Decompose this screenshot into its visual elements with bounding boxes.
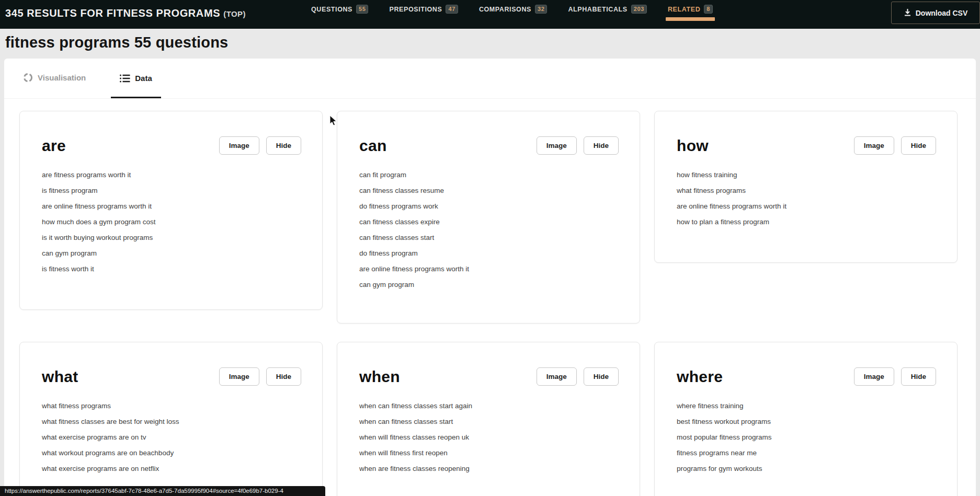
list-item[interactable]: where fitness training <box>677 402 936 409</box>
list-item[interactable]: what fitness classes are best for weight… <box>42 418 301 425</box>
page-title: fitness programs 55 questions <box>5 34 980 51</box>
list-item[interactable]: fitness programs near me <box>677 449 936 456</box>
list-item[interactable]: when are fitness classes reopening <box>359 465 619 472</box>
list-item[interactable]: can gym program <box>42 250 301 257</box>
download-csv-button[interactable]: Download CSV <box>891 2 980 24</box>
card-what-header: what Image Hide <box>42 367 301 386</box>
list-item[interactable]: most popular fitness programs <box>677 434 936 441</box>
results-title-suffix: (TOP) <box>223 9 246 18</box>
card-how-header: how Image Hide <box>677 136 936 155</box>
list-item[interactable]: can fitness classes start <box>359 234 619 241</box>
list-item[interactable]: how fitness training <box>677 171 936 178</box>
list-item[interactable]: can gym program <box>359 281 619 288</box>
list-item[interactable]: how to plan a fitness program <box>677 218 936 225</box>
list-item[interactable]: is fitness worth it <box>42 266 301 272</box>
card-what-image-button[interactable]: Image <box>219 367 259 386</box>
nav-tab-comparisons-label: COMPARISONS <box>479 6 531 13</box>
card-what-list: what fitness programs what fitness class… <box>42 402 301 472</box>
question-cards-grid: are Image Hide are fitness programs wort… <box>4 99 976 496</box>
list-item[interactable]: do fitness programs work <box>359 203 619 210</box>
card-how-hide-button[interactable]: Hide <box>901 136 936 155</box>
nav-tab-questions-label: QUESTIONS <box>311 6 352 13</box>
card-when-image-button[interactable]: Image <box>537 367 577 386</box>
card-are-actions: Image Hide <box>219 136 301 155</box>
card-are-hide-button[interactable]: Hide <box>266 136 301 155</box>
card-what-hide-button[interactable]: Hide <box>266 367 301 386</box>
card-how-title: how <box>677 137 709 155</box>
card-when-hide-button[interactable]: Hide <box>584 367 619 386</box>
list-item[interactable]: when will fitness first reopen <box>359 449 619 456</box>
card-how-image-button[interactable]: Image <box>854 136 894 155</box>
card-what-actions: Image Hide <box>219 367 301 386</box>
list-item[interactable]: when will fitness classes reopen uk <box>359 434 619 441</box>
nav-tab-alphabeticals[interactable]: ALPHABETICALS 203 <box>568 5 647 16</box>
nav-tab-alphabeticals-label: ALPHABETICALS <box>568 6 627 13</box>
nav-tab-prepositions[interactable]: PREPOSITIONS 47 <box>389 5 458 16</box>
list-item[interactable]: is fitness program <box>42 187 301 194</box>
card-when-header: when Image Hide <box>359 367 619 386</box>
list-item[interactable]: are online fitness programs worth it <box>359 266 619 272</box>
card-when-list: when can fitness classes start again whe… <box>359 402 619 472</box>
list-item[interactable]: can fit program <box>359 171 619 178</box>
link-status-bar: https://answerthepublic.com/reports/3764… <box>0 486 325 496</box>
questions-count-badge: 55 <box>356 5 368 14</box>
heading-strip: fitness programs 55 questions <box>0 29 980 59</box>
list-icon <box>120 74 130 83</box>
list-item[interactable]: are online fitness programs worth it <box>677 203 936 210</box>
tab-data[interactable]: Data <box>111 74 161 98</box>
list-item[interactable]: can fitness classes expire <box>359 218 619 225</box>
tab-visualisation[interactable]: Visualisation <box>22 73 87 98</box>
download-csv-label: Download CSV <box>916 9 968 17</box>
list-item[interactable]: when can fitness classes start <box>359 418 619 425</box>
card-can-hide-button[interactable]: Hide <box>584 136 619 155</box>
card-how-list: how fitness training what fitness progra… <box>677 171 936 225</box>
related-count-badge: 8 <box>704 5 713 14</box>
card-where-list: where fitness training best fitness work… <box>677 402 936 472</box>
list-item[interactable]: programs for gym workouts <box>677 465 936 472</box>
list-item[interactable]: what fitness programs <box>677 187 936 194</box>
card-can-list: can fit program can fitness classes resu… <box>359 171 619 288</box>
nav-tab-questions[interactable]: QUESTIONS 55 <box>311 5 368 16</box>
list-item[interactable]: how much does a gym program cost <box>42 218 301 225</box>
list-item[interactable]: what workout programs are on beachbody <box>42 449 301 456</box>
list-item[interactable]: best fitness workout programs <box>677 418 936 425</box>
top-bar: 345 RESULTS FOR FITNESS PROGRAMS (TOP) Q… <box>0 0 980 29</box>
card-where: where Image Hide where fitness training … <box>654 342 958 496</box>
card-where-actions: Image Hide <box>854 367 936 386</box>
card-are-header: are Image Hide <box>42 136 301 155</box>
card-can: can Image Hide can fit program can fitne… <box>337 111 640 324</box>
list-item[interactable]: is it worth buying workout programs <box>42 234 301 241</box>
tab-data-label: Data <box>135 74 152 83</box>
list-item[interactable]: are fitness programs worth it <box>42 171 301 178</box>
card-are-title: are <box>42 137 66 155</box>
list-item[interactable]: what fitness programs <box>42 402 301 409</box>
list-item[interactable]: what exercise programs are on tv <box>42 434 301 441</box>
card-how-actions: Image Hide <box>854 136 936 155</box>
tab-visualisation-label: Visualisation <box>38 73 86 82</box>
card-when-title: when <box>359 368 400 386</box>
nav-tab-prepositions-label: PREPOSITIONS <box>389 6 442 13</box>
list-item[interactable]: when can fitness classes start again <box>359 402 619 409</box>
card-are-image-button[interactable]: Image <box>219 136 259 155</box>
list-item[interactable]: can fitness classes resume <box>359 187 619 194</box>
card-how: how Image Hide how fitness training what… <box>654 111 958 263</box>
main-panel: Visualisation Data are Image Hide <box>4 59 976 496</box>
card-can-image-button[interactable]: Image <box>537 136 577 155</box>
card-where-hide-button[interactable]: Hide <box>901 367 936 386</box>
list-item[interactable]: do fitness program <box>359 250 619 257</box>
nav-tab-related[interactable]: RELATED 8 <box>668 5 713 16</box>
list-item[interactable]: are online fitness programs worth it <box>42 203 301 210</box>
list-item[interactable]: what exercise programs are on netflix <box>42 465 301 472</box>
card-when: when Image Hide when can fitness classes… <box>337 342 640 496</box>
card-where-image-button[interactable]: Image <box>854 367 894 386</box>
card-when-actions: Image Hide <box>537 367 619 386</box>
card-where-header: where Image Hide <box>677 367 936 386</box>
card-can-title: can <box>359 137 387 155</box>
nav-tab-related-label: RELATED <box>668 6 700 13</box>
card-what: what Image Hide what fitness programs wh… <box>19 342 323 496</box>
comparisons-count-badge: 32 <box>535 5 547 14</box>
prepositions-count-badge: 47 <box>446 5 458 14</box>
category-nav: QUESTIONS 55 PREPOSITIONS 47 COMPARISONS… <box>311 5 713 16</box>
results-title-text: 345 RESULTS FOR FITNESS PROGRAMS <box>5 7 220 19</box>
nav-tab-comparisons[interactable]: COMPARISONS 32 <box>479 5 548 16</box>
